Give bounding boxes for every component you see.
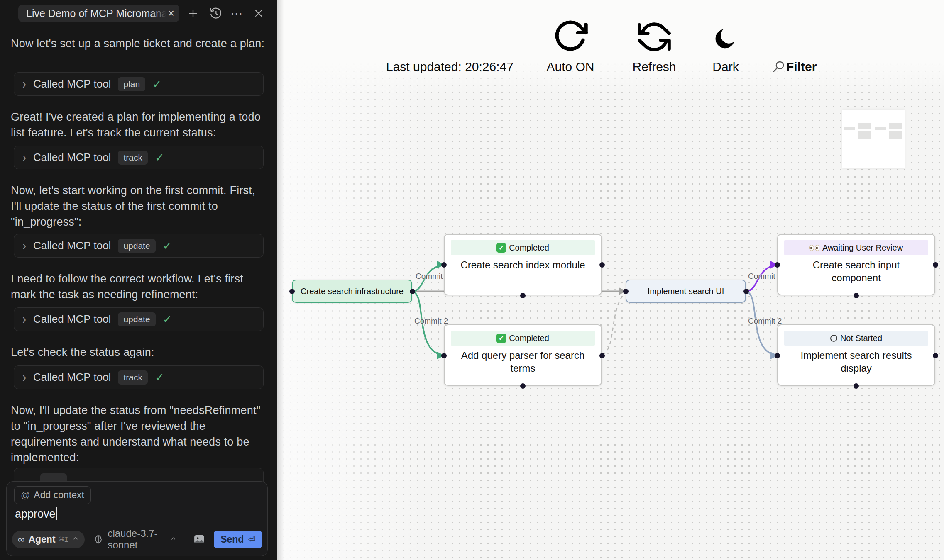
at-sign-icon: @ bbox=[21, 490, 30, 501]
filter-button[interactable]: Filter bbox=[771, 0, 817, 74]
node-title: Create search input component bbox=[778, 258, 934, 284]
assistant-message: Great! I've created a plan for implement… bbox=[11, 109, 265, 141]
history-button[interactable] bbox=[208, 5, 223, 21]
node-create-search-infrastructure[interactable]: Create search infrastructure bbox=[292, 280, 412, 303]
plus-icon bbox=[187, 7, 199, 19]
agent-shortcut: ⌘I bbox=[59, 534, 69, 544]
connection-handle[interactable] bbox=[854, 293, 859, 298]
node-implement-search-results-display[interactable]: Not Started Implement search results dis… bbox=[777, 324, 935, 386]
tool-call-row[interactable]: › Called MCP tool track ✓ bbox=[14, 146, 264, 169]
node-create-search-index-module[interactable]: ✓ Completed Create search index module bbox=[444, 234, 602, 295]
node-title: Create search index module bbox=[445, 258, 601, 271]
add-context-label: Add context bbox=[34, 489, 84, 501]
node-create-search-input-component[interactable]: Awaiting User Review Create search input… bbox=[777, 234, 935, 295]
tool-call-label: Called MCP tool bbox=[33, 239, 111, 252]
node-title: Add query parser for search terms bbox=[445, 349, 601, 375]
connection-handle[interactable] bbox=[854, 383, 859, 389]
dark-mode-label: Dark bbox=[712, 60, 739, 74]
close-tab-icon[interactable]: × bbox=[150, 5, 179, 22]
connection-handle[interactable] bbox=[743, 289, 749, 294]
filter-label: Filter bbox=[786, 60, 817, 74]
connection-handle[interactable] bbox=[599, 262, 605, 268]
chevron-right-icon: › bbox=[22, 77, 26, 91]
tool-call-row[interactable]: › Called MCP tool update ✓ bbox=[14, 307, 264, 331]
minimap-node-block bbox=[858, 123, 871, 129]
agent-mode-label: Agent bbox=[28, 534, 55, 545]
success-check-icon: ✓ bbox=[155, 151, 164, 164]
agent-mode-selector[interactable]: ∞ Agent ⌘I bbox=[12, 531, 85, 548]
image-icon bbox=[193, 533, 205, 545]
node-title: Implement search results display bbox=[778, 349, 934, 375]
connection-handle[interactable] bbox=[623, 289, 629, 294]
node-title: Create search infrastructure bbox=[301, 287, 404, 296]
chat-composer[interactable]: @ Add context approve ∞ Agent ⌘I bbox=[6, 481, 268, 556]
success-check-icon: ✓ bbox=[152, 78, 162, 91]
close-icon bbox=[253, 7, 264, 19]
connection-handle[interactable] bbox=[775, 262, 780, 268]
model-name: claude-3.7-sonnet bbox=[108, 528, 166, 551]
success-check-icon: ✓ bbox=[163, 313, 172, 326]
chevron-up-icon bbox=[72, 535, 79, 543]
return-key-icon: ⏎ bbox=[248, 534, 255, 544]
chevron-right-icon: › bbox=[22, 312, 26, 326]
tool-call-label: Called MCP tool bbox=[33, 151, 111, 164]
add-context-button[interactable]: @ Add context bbox=[14, 486, 91, 504]
tool-call-row[interactable]: › Called MCP tool update ✓ bbox=[14, 234, 264, 258]
tool-call-label: Called MCP tool bbox=[33, 313, 111, 326]
connection-handle[interactable] bbox=[599, 353, 605, 358]
node-implement-search-ui[interactable]: Implement search UI bbox=[626, 280, 746, 303]
minimap-node-block bbox=[844, 127, 855, 130]
model-selector[interactable]: claude-3.7-sonnet bbox=[93, 528, 176, 551]
status-banner: ✓ Completed bbox=[451, 240, 595, 255]
connection-handle[interactable] bbox=[775, 353, 780, 358]
chat-tab[interactable]: Live Demo of MCP Micromanage × bbox=[18, 5, 179, 22]
last-updated-label: Last updated: 20:26:47 bbox=[386, 0, 514, 74]
history-icon bbox=[209, 7, 222, 20]
assistant-message: Let's check the status again: bbox=[11, 344, 265, 360]
send-button[interactable]: Send ⏎ bbox=[214, 531, 262, 548]
connection-handle[interactable] bbox=[441, 353, 447, 358]
connection-handle[interactable] bbox=[289, 289, 295, 294]
composer-input-value: approve bbox=[15, 508, 56, 520]
app-window: Last updated: 20:26:47 Auto ON bbox=[0, 0, 944, 560]
success-check-icon: ✓ bbox=[155, 371, 164, 384]
rotate-cw-icon bbox=[553, 17, 588, 56]
connection-handle[interactable] bbox=[520, 293, 526, 298]
send-label: Send bbox=[220, 534, 244, 545]
more-options-button[interactable]: ⋯ bbox=[229, 5, 245, 21]
refresh-button[interactable]: Refresh bbox=[625, 0, 683, 74]
success-check-icon: ✓ bbox=[163, 239, 172, 253]
chevron-up-icon bbox=[170, 536, 176, 543]
assistant-message: I need to follow the correct workflow. L… bbox=[11, 271, 265, 302]
dark-mode-toggle-button[interactable]: Dark bbox=[697, 0, 754, 74]
text-caret bbox=[56, 507, 57, 520]
composer-input[interactable]: approve bbox=[15, 507, 57, 521]
minimap-node-block bbox=[875, 127, 886, 130]
status-banner: ✓ Completed bbox=[451, 331, 595, 346]
connection-handle[interactable] bbox=[520, 383, 526, 389]
tool-call-row[interactable]: › Called MCP tool track ✓ bbox=[14, 365, 264, 389]
node-add-query-parser[interactable]: ✓ Completed Add query parser for search … bbox=[444, 324, 602, 386]
tool-call-label: Called MCP tool bbox=[33, 371, 111, 384]
assistant-message: Now let's set up a sample ticket and cre… bbox=[11, 36, 265, 51]
circle-outline-icon bbox=[830, 335, 837, 342]
connection-handle[interactable] bbox=[441, 262, 447, 268]
auto-refresh-toggle-button[interactable]: Auto ON bbox=[541, 0, 599, 74]
minimap[interactable] bbox=[842, 110, 905, 168]
connection-handle[interactable] bbox=[410, 289, 415, 294]
chevron-right-icon: › bbox=[22, 151, 26, 165]
tool-call-row[interactable]: › Called MCP tool plan ✓ bbox=[14, 72, 264, 96]
status-banner: Not Started bbox=[784, 331, 928, 346]
chat-sidebar: Live Demo of MCP Micromanage × ⋯ Now let… bbox=[0, 0, 277, 560]
connection-handle[interactable] bbox=[933, 262, 938, 268]
new-chat-button[interactable] bbox=[185, 5, 201, 21]
check-emoji-icon: ✓ bbox=[496, 334, 506, 343]
attach-image-button[interactable] bbox=[193, 533, 205, 545]
tool-name-badge: update bbox=[118, 239, 155, 253]
close-panel-button[interactable] bbox=[251, 5, 267, 21]
minimap-node-block bbox=[889, 131, 902, 139]
flow-canvas[interactable]: Last updated: 20:26:47 Auto ON bbox=[277, 0, 944, 560]
brain-icon bbox=[93, 534, 104, 545]
check-emoji-icon: ✓ bbox=[496, 243, 506, 253]
connection-handle[interactable] bbox=[933, 353, 938, 358]
